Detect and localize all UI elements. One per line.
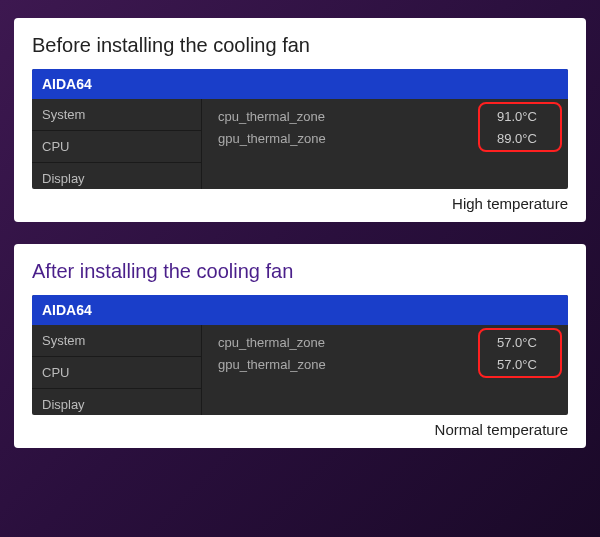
sidebar: System CPU Display bbox=[32, 99, 202, 189]
reading-row-gpu: gpu_thermal_zone 89.0°C bbox=[202, 127, 568, 149]
readings-panel: cpu_thermal_zone 91.0°C gpu_thermal_zone… bbox=[202, 99, 568, 189]
sidebar-item-cpu[interactable]: CPU bbox=[32, 131, 201, 163]
reading-value: 57.0°C bbox=[482, 335, 552, 350]
aida-panel-before: AIDA64 System CPU Display cpu_thermal_zo… bbox=[32, 69, 568, 189]
sidebar-item-display[interactable]: Display bbox=[32, 163, 201, 189]
aida-app-name: AIDA64 bbox=[32, 295, 568, 325]
reading-value: 89.0°C bbox=[482, 131, 552, 146]
after-caption: Normal temperature bbox=[32, 421, 568, 438]
reading-row-cpu: cpu_thermal_zone 91.0°C bbox=[202, 105, 568, 127]
aida-body: System CPU Display cpu_thermal_zone 57.0… bbox=[32, 325, 568, 415]
readings-panel: cpu_thermal_zone 57.0°C gpu_thermal_zone… bbox=[202, 325, 568, 415]
reading-label: cpu_thermal_zone bbox=[218, 109, 482, 124]
reading-row-gpu: gpu_thermal_zone 57.0°C bbox=[202, 353, 568, 375]
reading-value: 57.0°C bbox=[482, 357, 552, 372]
after-title: After installing the cooling fan bbox=[32, 260, 568, 283]
reading-label: gpu_thermal_zone bbox=[218, 131, 482, 146]
before-title: Before installing the cooling fan bbox=[32, 34, 568, 57]
before-card: Before installing the cooling fan AIDA64… bbox=[14, 18, 586, 222]
sidebar-item-display[interactable]: Display bbox=[32, 389, 201, 415]
reading-value: 91.0°C bbox=[482, 109, 552, 124]
aida-body: System CPU Display cpu_thermal_zone 91.0… bbox=[32, 99, 568, 189]
reading-row-cpu: cpu_thermal_zone 57.0°C bbox=[202, 331, 568, 353]
aida-app-name: AIDA64 bbox=[32, 69, 568, 99]
sidebar-item-cpu[interactable]: CPU bbox=[32, 357, 201, 389]
before-caption: High temperature bbox=[32, 195, 568, 212]
sidebar-item-system[interactable]: System bbox=[32, 325, 201, 357]
sidebar: System CPU Display bbox=[32, 325, 202, 415]
aida-panel-after: AIDA64 System CPU Display cpu_thermal_zo… bbox=[32, 295, 568, 415]
reading-label: gpu_thermal_zone bbox=[218, 357, 482, 372]
reading-label: cpu_thermal_zone bbox=[218, 335, 482, 350]
sidebar-item-system[interactable]: System bbox=[32, 99, 201, 131]
after-card: After installing the cooling fan AIDA64 … bbox=[14, 244, 586, 448]
